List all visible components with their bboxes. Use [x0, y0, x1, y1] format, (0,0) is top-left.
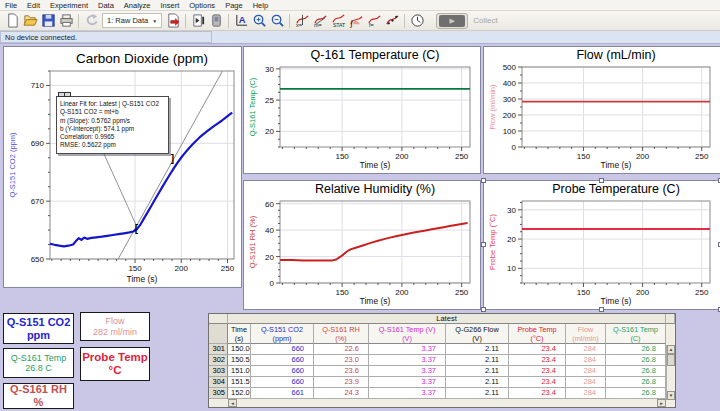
tangent-button[interactable]: m= [311, 13, 329, 29]
selection-handle[interactable] [481, 307, 486, 312]
selection-handle[interactable] [599, 178, 604, 183]
cell[interactable]: 660 [251, 344, 314, 355]
cell[interactable]: 3.37 [369, 355, 446, 366]
menu-item-help[interactable]: Help [248, 0, 273, 10]
menu-item-insert[interactable]: Insert [156, 0, 185, 10]
examine-button[interactable]: x= [293, 13, 311, 29]
linear-fit-annotation[interactable]: Linear Fit for: Latest | Q-S151 CO2 Q-S1… [56, 96, 169, 154]
row-number[interactable]: 305 [209, 388, 228, 399]
table-vscroll-down-arrow[interactable]: ▼ [667, 391, 675, 400]
data-collection-button[interactable] [408, 13, 426, 29]
autoscale-button[interactable]: A [232, 13, 250, 29]
relative-humidity-graph[interactable]: 1502002500204060Relative Humidity (%)Tim… [243, 180, 481, 310]
zoom-out-button[interactable] [268, 13, 286, 29]
new-file-button[interactable] [3, 13, 21, 29]
column-header-0[interactable]: Time(s) [228, 324, 251, 344]
statistics-button[interactable]: STAT [329, 13, 347, 29]
cell[interactable]: 24.3 [314, 388, 369, 399]
table-hscroll-right-arrow[interactable]: ► [657, 399, 666, 407]
column-header-2[interactable]: Q-S161 RH(%) [314, 324, 369, 344]
cell[interactable]: 3.37 [369, 366, 446, 377]
menu-item-options[interactable]: Options [184, 0, 220, 10]
cell[interactable]: 284 [566, 366, 606, 377]
flow-graph[interactable]: 1502002500100200300400500Flow (mL/min)Ti… [483, 46, 720, 174]
cell[interactable]: 150.5 [228, 355, 251, 366]
open-file-button[interactable] [21, 13, 39, 29]
column-header-7[interactable]: Q-S161 Temp(C) [606, 324, 666, 344]
cell[interactable]: 3.37 [369, 388, 446, 399]
meter-rh[interactable]: Q-S161 RH % [3, 383, 74, 409]
cell[interactable]: 26.8 [606, 344, 666, 355]
cell[interactable]: 660 [251, 377, 314, 388]
collect-button[interactable]: ▶ Collect [436, 13, 497, 29]
cell[interactable]: 284 [566, 344, 606, 355]
cell[interactable]: 2.11 [446, 344, 509, 355]
carbon-dioxide-graph[interactable]: Linear Fit for: Latest | Q-S151 CO2 Q-S1… [3, 46, 242, 288]
cell[interactable]: 151.5 [228, 377, 251, 388]
meter-co2[interactable]: Q-S151 CO2 ppm [3, 313, 74, 344]
menu-item-data[interactable]: Data [93, 0, 119, 10]
table-vscroll-thumb[interactable] [667, 354, 675, 366]
model-button[interactable] [383, 13, 401, 29]
menu-item-file[interactable]: File [0, 0, 22, 10]
row-number-header[interactable] [209, 324, 228, 344]
cell[interactable]: 26.8 [606, 388, 666, 399]
cell[interactable]: 661 [251, 388, 314, 399]
cell[interactable]: 26.8 [606, 366, 666, 377]
cell[interactable]: 660 [251, 355, 314, 366]
cell[interactable]: 23.4 [509, 355, 566, 366]
save-button[interactable] [39, 13, 57, 29]
cell[interactable]: 3.37 [369, 344, 446, 355]
column-header-3[interactable]: Q-S161 Temp (V)(V) [369, 324, 446, 344]
table-hscrollbar[interactable]: ◄► [209, 399, 675, 407]
column-header-4[interactable]: Q-G266 Flow(V) [446, 324, 509, 344]
previous-page-button[interactable] [82, 13, 100, 29]
meter-flow[interactable]: Flow 282 ml/min [80, 312, 150, 341]
page-selector-dropdown[interactable]: 1: Raw Data▼ [102, 13, 162, 28]
device-setup-button[interactable] [207, 13, 225, 29]
cell[interactable]: 660 [251, 366, 314, 377]
cell[interactable]: 284 [566, 355, 606, 366]
table-vscroll-up-arrow[interactable]: ▲ [667, 345, 675, 354]
menu-item-analyze[interactable]: Analyze [119, 0, 156, 10]
integral-button[interactable]: ∫ [347, 13, 365, 29]
cell[interactable]: 23.4 [509, 344, 566, 355]
row-number[interactable]: 302 [209, 355, 228, 366]
cell[interactable]: 26.8 [606, 377, 666, 388]
cell[interactable]: 23.4 [509, 366, 566, 377]
menu-item-page[interactable]: Page [220, 0, 248, 10]
selection-handle[interactable] [481, 242, 486, 247]
zoom-in-button[interactable] [250, 13, 268, 29]
table-hscroll-left-arrow[interactable]: ◄ [228, 399, 237, 407]
column-header-6[interactable]: Flow(ml/min) [566, 324, 606, 344]
meter-probe-temp[interactable]: Probe Temp °C [80, 347, 150, 381]
column-header-5[interactable]: Probe Temp(°C) [509, 324, 566, 344]
selection-handle[interactable] [599, 307, 604, 312]
cell[interactable]: 23.9 [314, 377, 369, 388]
meter-q161-temp[interactable]: Q-S161 Temp 26.8 C [3, 348, 74, 378]
cell[interactable]: 22.6 [314, 344, 369, 355]
probe-temperature-graph[interactable]: 150200250102030Probe Temperature (C)Time… [483, 180, 720, 310]
cell[interactable]: 152.0 [228, 388, 251, 399]
cell[interactable]: 284 [566, 388, 606, 399]
cell[interactable]: 23.4 [509, 377, 566, 388]
cell[interactable]: 284 [566, 377, 606, 388]
cell[interactable]: 23.4 [509, 388, 566, 399]
cell[interactable]: 26.8 [606, 355, 666, 366]
cell[interactable]: 23.6 [314, 366, 369, 377]
cell[interactable]: 2.11 [446, 377, 509, 388]
cell[interactable]: 3.37 [369, 377, 446, 388]
cell[interactable]: 2.11 [446, 355, 509, 366]
curve-fit-button[interactable]: f= [365, 13, 383, 29]
cell[interactable]: 2.11 [446, 388, 509, 399]
row-number[interactable]: 304 [209, 377, 228, 388]
row-number[interactable]: 303 [209, 366, 228, 377]
cell[interactable]: 2.11 [446, 366, 509, 377]
print-button[interactable] [57, 13, 75, 29]
column-header-1[interactable]: Q-S151 CO2(ppm) [251, 324, 314, 344]
table-vscrollbar[interactable]: ▲▼ [666, 345, 675, 400]
selection-handle[interactable] [481, 178, 486, 183]
q161-temperature-graph[interactable]: 150200250202530Q-161 Temperature (C)Time… [243, 46, 481, 174]
cell[interactable]: 23.0 [314, 355, 369, 366]
export-page-button[interactable] [164, 13, 182, 29]
